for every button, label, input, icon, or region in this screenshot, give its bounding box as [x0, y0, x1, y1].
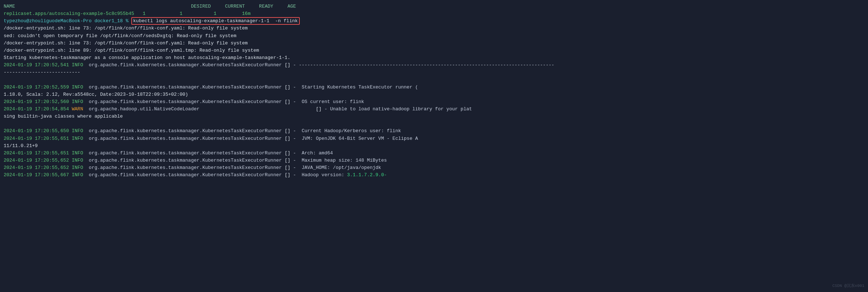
timestamp-5: 2024-01-19 17:20:55,650	[4, 128, 69, 134]
prompt-line: typezhou@zhouliguodeMacBook-Pro docker1_…	[0, 17, 868, 25]
timestamp-3: 2024-01-19 17:20:52,560	[4, 99, 69, 104]
context-7: []	[284, 150, 290, 156]
log-line-2b: 1.18.0, Scala: 2.12, Rev:a5548cc, Date:2…	[0, 91, 868, 98]
timestamp-9: 2024-01-19 17:20:55,652	[4, 165, 69, 170]
error-line-1: /docker-entrypoint.sh: line 73: /opt/fli…	[0, 25, 868, 32]
level-1: INFO	[72, 62, 86, 68]
log-line-6b: 11/11.0.21+9	[0, 142, 868, 150]
logger-9: org.apache.flink.kubernetes.taskmanager.…	[89, 165, 282, 170]
level-8: INFO	[72, 158, 86, 163]
watermark: CSDN @沉东x001	[832, 283, 864, 288]
timestamp-8: 2024-01-19 17:20:55,652	[4, 158, 69, 163]
logger-4: org.apache.hadoop.util.NativeCodeLoader	[89, 106, 313, 112]
logger-6: org.apache.flink.kubernetes.taskmanager.…	[89, 136, 282, 141]
msg-8: - Maximum heap size: 148 MiBytes	[293, 158, 387, 163]
msg-5: - Current Hadoop/Kerberos user: flink	[293, 128, 401, 134]
msg-3: - OS current user: flink	[293, 99, 364, 104]
table-header: NAME DESIRED CURRENT READY AGE	[0, 3, 868, 10]
logger-8: org.apache.flink.kubernetes.taskmanager.…	[89, 158, 282, 163]
log-line-10: 2024-01-19 17:20:55,667 INFO org.apache.…	[0, 171, 868, 179]
msg-7: - Arch: amd64	[293, 150, 333, 156]
context-2: []	[284, 84, 290, 90]
logger-7: org.apache.flink.kubernetes.taskmanager.…	[89, 150, 282, 156]
context-1: []	[284, 62, 290, 68]
level-4: WARN	[72, 106, 86, 112]
context-5: []	[284, 128, 290, 134]
context-6: []	[284, 136, 290, 141]
empty-line-1	[0, 76, 868, 83]
error-line-4: /docker-entrypoint.sh: line 89: /opt/fli…	[0, 47, 868, 54]
log-line-8: 2024-01-19 17:20:55,652 INFO org.apache.…	[0, 157, 868, 164]
prompt-text: typezhou@zhouliguodeMacBook-Pro docker1_…	[4, 18, 131, 24]
level-2: INFO	[72, 84, 86, 90]
timestamp-6: 2024-01-19 17:20:55,651	[4, 136, 69, 141]
level-3: INFO	[72, 99, 86, 104]
context-9: []	[284, 165, 290, 170]
logger-1: org.apache.flink.kubernetes.taskmanager.…	[89, 62, 282, 68]
timestamp-2: 2024-01-19 17:20:52,559	[4, 84, 69, 90]
context-3: []	[284, 99, 290, 104]
msg-2: - Starting Kubernetes TaskExecutor runne…	[293, 84, 418, 90]
command-highlight: kubectl logs autoscaling-example-taskman…	[131, 17, 299, 25]
msg-6: - JVM: OpenJDK 64-Bit Server VM - Eclips…	[293, 136, 418, 141]
log-line-4: 2024-01-19 17:20:54,854 WARN org.apache.…	[0, 106, 868, 113]
terminal: NAME DESIRED CURRENT READY AGE replicase…	[0, 0, 868, 292]
replicaset-line: replicaset.apps/autoscaling-example-5c8c…	[0, 10, 868, 17]
timestamp-7: 2024-01-19 17:20:55,651	[4, 150, 69, 156]
context-8: []	[284, 158, 290, 163]
empty-line-2	[0, 120, 868, 127]
level-5: INFO	[72, 128, 86, 134]
level-6: INFO	[72, 136, 86, 141]
log-line-2: 2024-01-19 17:20:52,559 INFO org.apache.…	[0, 84, 868, 91]
msg-9: - JAVA_HOME: /opt/java/openjdk	[293, 165, 381, 170]
log-line-1: 2024-01-19 17:20:52,541 INFO org.apache.…	[0, 62, 868, 69]
logger-5: org.apache.flink.kubernetes.taskmanager.…	[89, 128, 282, 134]
msg-1: - --------------------------------------…	[293, 62, 554, 68]
log-line-7: 2024-01-19 17:20:55,651 INFO org.apache.…	[0, 150, 868, 157]
logger-10: org.apache.flink.kubernetes.taskmanager.…	[89, 172, 282, 178]
level-9: INFO	[72, 165, 86, 170]
context-10: []	[284, 172, 290, 178]
msg-4: - Unable to load native-hadoop library f…	[324, 106, 472, 112]
level-7: INFO	[72, 150, 86, 156]
log-line-6: 2024-01-19 17:20:55,651 INFO org.apache.…	[0, 135, 868, 142]
logger-2: org.apache.flink.kubernetes.taskmanager.…	[89, 84, 282, 90]
error-line-2: sed: couldn't open temporary file /opt/f…	[0, 32, 868, 40]
timestamp-4: 2024-01-19 17:20:54,854	[4, 106, 69, 112]
timestamp-10: 2024-01-19 17:20:55,667	[4, 172, 69, 178]
error-line-3: /docker-entrypoint.sh: line 73: /opt/fli…	[0, 40, 868, 47]
log-line-4b: sing builtin-java classes where applicab…	[0, 113, 868, 120]
log-line-3: 2024-01-19 17:20:52,560 INFO org.apache.…	[0, 98, 868, 106]
version-value: 3.1.1.7.2.9.0-	[347, 172, 387, 178]
timestamp-1: 2024-01-19 17:20:52,541	[4, 62, 69, 68]
log-line-5: 2024-01-19 17:20:55,650 INFO org.apache.…	[0, 127, 868, 135]
starting-line: Starting kubernetes-taskmanager as a con…	[0, 54, 868, 62]
level-10: INFO	[72, 172, 86, 178]
logger-3: org.apache.flink.kubernetes.taskmanager.…	[89, 99, 282, 104]
msg-10: - Hadoop version:	[293, 172, 347, 178]
log-line-1b: ---------------------------	[0, 69, 868, 76]
context-4: []	[316, 106, 322, 112]
log-line-9: 2024-01-19 17:20:55,652 INFO org.apache.…	[0, 164, 868, 171]
